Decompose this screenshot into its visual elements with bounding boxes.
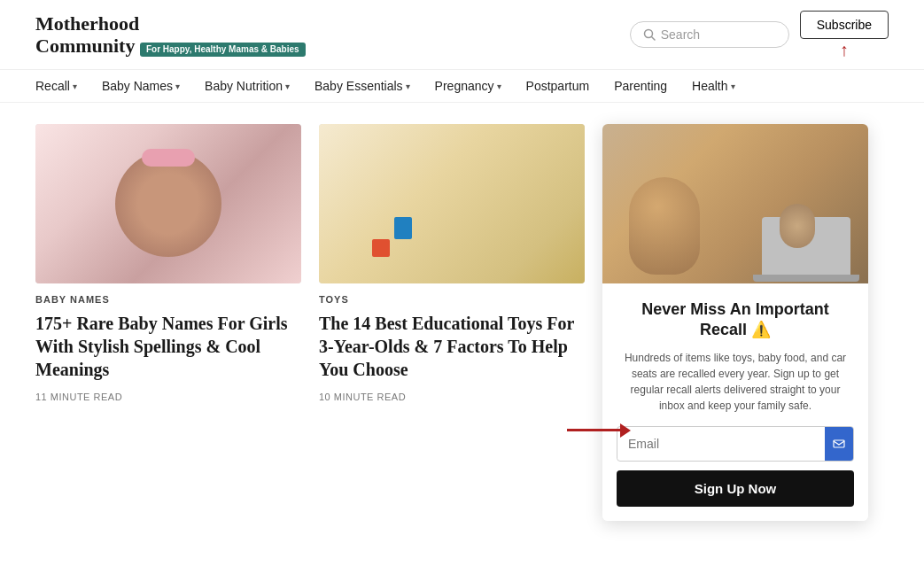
subscribe-arrow: ↑: [840, 41, 849, 58]
logo: Motherhood Community For Happy, Healthy …: [35, 12, 306, 58]
subscribe-button[interactable]: Subscribe: [800, 11, 889, 39]
search-placeholder: Search: [661, 27, 700, 42]
navigation: Recall ▾ Baby Names ▾ Baby Nutrition ▾ B…: [0, 70, 924, 103]
popup-title: Never Miss An Important Recall ⚠️: [617, 299, 854, 341]
logo-title: Motherhood Community For Happy, Healthy …: [35, 12, 306, 58]
signup-button[interactable]: Sign Up Now: [617, 470, 854, 507]
email-icon: [825, 427, 853, 461]
article-read-time: 10 MINUTE READ: [319, 392, 585, 402]
arrow-line: [567, 429, 620, 431]
nav-item-recall[interactable]: Recall ▾: [35, 79, 77, 93]
chevron-down-icon: ▾: [731, 81, 735, 91]
article-title[interactable]: The 14 Best Educational Toys For 3-Year-…: [319, 312, 585, 381]
article-category: BABY NAMES: [35, 294, 301, 305]
svg-line-1: [651, 37, 655, 41]
logo-tagline: For Happy, Healthy Mamas & Babies: [140, 43, 306, 57]
article-image-toys: [319, 124, 585, 283]
email-input-row[interactable]: [617, 426, 854, 462]
svg-rect-2: [834, 440, 844, 447]
article-card-toys: TOYS The 14 Best Educational Toys For 3-…: [319, 124, 585, 521]
popup-recall: Never Miss An Important Recall ⚠️ Hundre…: [602, 124, 868, 521]
article-card-baby-names: BABY NAMES 175+ Rare Baby Names For Girl…: [35, 124, 301, 521]
header: Motherhood Community For Happy, Healthy …: [0, 0, 924, 70]
arrow-head: [620, 423, 631, 438]
chevron-down-icon: ▾: [406, 81, 410, 91]
chevron-down-icon: ▾: [73, 81, 77, 91]
popup-body: Never Miss An Important Recall ⚠️ Hundre…: [602, 283, 868, 521]
main-content: BABY NAMES 175+ Rare Baby Names For Girl…: [0, 103, 924, 521]
article-title[interactable]: 175+ Rare Baby Names For Girls With Styl…: [35, 312, 301, 381]
nav-item-parenting[interactable]: Parenting: [614, 79, 667, 93]
nav-item-postpartum[interactable]: Postpartum: [526, 79, 590, 93]
nav-item-baby-essentials[interactable]: Baby Essentials ▾: [314, 79, 410, 93]
nav-item-pregnancy[interactable]: Pregnancy ▾: [435, 79, 501, 93]
nav-item-baby-nutrition[interactable]: Baby Nutrition ▾: [205, 79, 290, 93]
article-category: TOYS: [319, 294, 585, 305]
search-icon: [643, 28, 656, 41]
chevron-down-icon: ▾: [285, 81, 290, 91]
search-bar[interactable]: Search: [630, 21, 789, 48]
popup-image: [602, 124, 868, 283]
article-read-time: 11 MINUTE READ: [35, 392, 301, 402]
chevron-down-icon: ▾: [497, 81, 501, 91]
header-right: Search Subscribe ↑: [630, 11, 889, 58]
subscribe-area: Subscribe ↑: [800, 11, 889, 58]
article-image-baby: [35, 124, 301, 283]
chevron-down-icon: ▾: [175, 81, 180, 91]
arrow-indicator: [567, 423, 631, 438]
email-field[interactable]: [617, 429, 825, 459]
popup-description: Hundreds of items like toys, baby food, …: [617, 350, 854, 414]
nav-item-baby-names[interactable]: Baby Names ▾: [102, 79, 180, 93]
nav-item-health[interactable]: Health ▾: [692, 79, 734, 93]
laptop-icon: [762, 217, 850, 275]
